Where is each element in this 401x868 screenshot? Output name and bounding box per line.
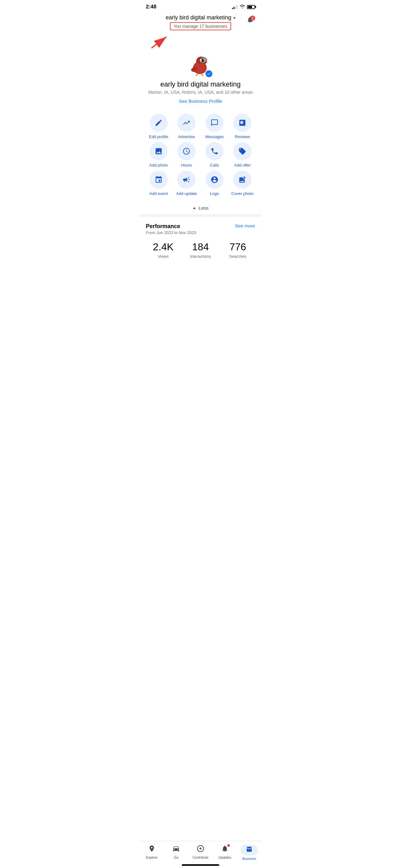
action-messages[interactable]: Messages	[202, 114, 227, 140]
notification-count: 2	[250, 16, 255, 21]
views-label: Views	[158, 254, 168, 259]
action-reviews[interactable]: Reviews	[230, 114, 256, 140]
business-icon-bg	[240, 845, 258, 856]
searches-label: Searches	[229, 254, 246, 259]
contribute-label: Contribute	[193, 856, 209, 859]
pencil-icon	[155, 119, 163, 127]
less-label: Less	[199, 205, 209, 211]
calls-icon-circle	[205, 142, 224, 160]
svg-point-7	[203, 59, 204, 60]
explore-label: Explore	[146, 856, 157, 859]
action-calls[interactable]: Calls	[202, 142, 227, 168]
performance-stats: 2.4K Views 184 Interactions 776 Searches	[146, 241, 255, 259]
nav-updates[interactable]: Updates	[213, 844, 237, 862]
action-logo[interactable]: Logo	[202, 170, 227, 196]
add-offer-icon-circle	[233, 142, 252, 160]
performance-header: Performance From Jun 2023 to Nov 2023 Se…	[146, 223, 255, 235]
messages-label: Messages	[205, 134, 224, 140]
advertise-icon-circle	[177, 114, 196, 132]
interactions-value: 184	[192, 241, 209, 253]
performance-title: Performance	[146, 223, 196, 230]
signal-icon	[232, 5, 238, 9]
nav-contribute[interactable]: Contribute	[188, 844, 213, 862]
dropdown-arrow-icon: ▾	[233, 15, 235, 20]
plus-circle-icon	[197, 845, 204, 854]
add-photo-icon-circle	[149, 142, 168, 160]
add-update-label: Add update	[176, 191, 197, 196]
hours-icon-circle	[177, 142, 196, 160]
action-add-photo[interactable]: Add photo	[146, 142, 171, 168]
less-button[interactable]: ▲ Less	[140, 202, 261, 214]
action-add-event[interactable]: Add event	[146, 170, 171, 196]
chevron-up-icon: ▲	[192, 206, 196, 210]
header-business-name: early bird digital marketing	[166, 14, 231, 21]
action-add-offer[interactable]: Add offer	[230, 142, 256, 168]
person-circle-icon	[210, 176, 219, 184]
updates-badge-dot	[227, 844, 230, 847]
updates-bell-icon	[221, 845, 229, 854]
calendar-icon	[155, 176, 163, 184]
svg-line-13	[197, 73, 198, 75]
business-label: Business	[242, 857, 257, 861]
add-offer-label: Add offer	[234, 163, 251, 168]
views-stat: 2.4K Views	[146, 241, 180, 259]
status-bar: 2:48	[140, 0, 261, 12]
trending-up-icon	[182, 119, 191, 127]
hours-label: Hours	[181, 163, 192, 168]
nav-go[interactable]: Go	[164, 844, 188, 862]
calls-label: Calls	[210, 163, 219, 168]
reviews-icon-circle	[233, 114, 252, 132]
pin-icon	[148, 845, 156, 854]
cover-photo-icon-circle	[233, 170, 252, 189]
business-location: Marion, IA, USA, Robins, IA, USA, and 10…	[148, 90, 253, 95]
searches-stat: 776 Searches	[221, 241, 255, 259]
action-add-update[interactable]: Add update	[174, 170, 200, 196]
tag-icon	[238, 147, 246, 155]
action-cover-photo[interactable]: Cover photo	[230, 170, 256, 196]
edit-profile-icon-circle	[149, 114, 168, 132]
add-photo-label: Add photo	[149, 163, 168, 168]
performance-section: Performance From Jun 2023 to Nov 2023 Se…	[140, 217, 261, 266]
action-advertise[interactable]: Advertise	[174, 114, 200, 140]
home-indicator	[140, 862, 261, 868]
business-logo	[188, 53, 213, 78]
logo-icon-circle	[205, 170, 224, 189]
verified-badge-icon	[205, 70, 213, 78]
nav-business[interactable]: Business	[237, 844, 261, 862]
manage-badge: You manage 17 businesses	[170, 22, 231, 30]
updates-label: Updates	[219, 856, 231, 859]
megaphone-icon	[182, 176, 191, 184]
wifi-icon	[239, 4, 245, 10]
business-name-dropdown[interactable]: early bird digital marketing ▾	[166, 14, 235, 21]
views-value: 2.4K	[153, 241, 174, 253]
nav-explore[interactable]: Explore	[140, 844, 164, 862]
section-divider	[140, 214, 261, 217]
car-icon	[172, 845, 180, 854]
clock-icon	[182, 147, 191, 155]
add-update-icon-circle	[177, 170, 196, 189]
image-plus-icon	[238, 176, 246, 184]
battery-icon	[247, 5, 255, 9]
edit-profile-label: Edit profile	[149, 134, 168, 140]
see-profile-link[interactable]: See Business Profile	[179, 98, 222, 104]
searches-value: 776	[230, 241, 246, 253]
svg-line-16	[201, 73, 202, 75]
messages-icon-circle	[205, 114, 224, 132]
status-icons	[232, 4, 255, 10]
action-edit-profile[interactable]: Edit profile	[146, 114, 171, 140]
home-bar	[182, 864, 219, 866]
svg-line-1	[152, 37, 166, 48]
performance-title-group: Performance From Jun 2023 to Nov 2023	[146, 223, 196, 235]
image-icon	[155, 147, 163, 155]
notification-button[interactable]: 2	[244, 14, 257, 27]
see-more-link[interactable]: See more	[235, 223, 255, 228]
performance-dates: From Jun 2023 to Nov 2023	[146, 230, 196, 235]
star-box-icon	[238, 119, 246, 127]
reviews-label: Reviews	[235, 134, 250, 140]
red-arrow-icon	[149, 34, 174, 50]
action-hours[interactable]: Hours	[174, 142, 200, 168]
store-icon	[245, 847, 253, 855]
logo-label: Logo	[210, 191, 219, 196]
cover-photo-label: Cover photo	[231, 191, 254, 196]
header: early bird digital marketing ▾ You manag…	[140, 12, 261, 34]
